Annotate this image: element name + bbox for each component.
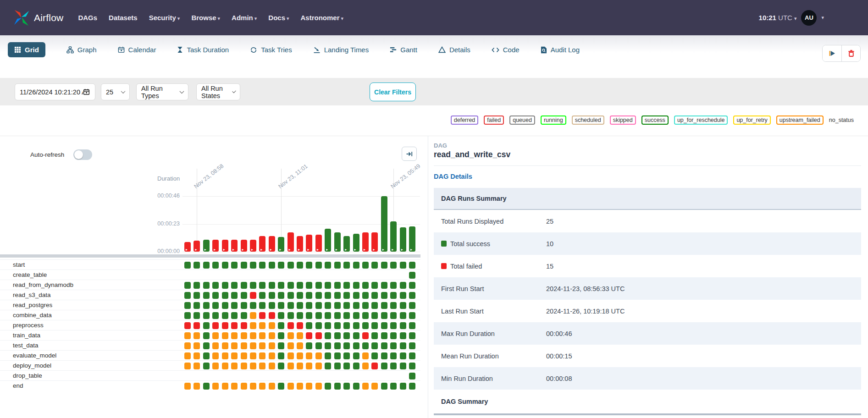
task-instance-cell[interactable] [269, 312, 275, 319]
base-date-input[interactable] [15, 83, 95, 100]
dag-run-bar[interactable]: ▸ [353, 234, 359, 252]
task-label[interactable]: read_from_dynamodb [13, 280, 73, 290]
task-instance-cell[interactable] [343, 292, 350, 299]
task-instance-cell[interactable] [334, 282, 341, 289]
task-instance-cell[interactable] [334, 363, 341, 369]
task-instance-cell[interactable] [325, 302, 331, 309]
task-instance-cell[interactable] [306, 302, 312, 309]
task-instance-cell[interactable] [334, 352, 341, 359]
task-instance-cell[interactable] [390, 332, 397, 339]
task-instance-cell[interactable] [184, 262, 191, 269]
task-instance-cell[interactable] [222, 262, 228, 269]
task-instance-cell[interactable] [241, 282, 247, 289]
task-instance-cell[interactable] [222, 312, 228, 319]
task-instance-cell[interactable] [222, 352, 228, 359]
task-instance-cell[interactable] [259, 282, 265, 289]
task-instance-cell[interactable] [390, 262, 397, 269]
dag-run-bar[interactable]: ▸ [259, 236, 265, 252]
task-instance-cell[interactable] [381, 312, 387, 319]
task-instance-cell[interactable] [315, 322, 322, 329]
dag-run-bar[interactable]: ▸ [184, 242, 191, 252]
task-instance-cell[interactable] [241, 342, 247, 349]
task-instance-cell[interactable] [278, 262, 284, 269]
dag-run-bar[interactable]: ▸ [212, 240, 219, 252]
task-instance-cell[interactable] [297, 363, 303, 369]
task-instance-cell[interactable] [409, 342, 415, 349]
task-instance-cell[interactable] [287, 292, 294, 299]
task-instance-cell[interactable] [269, 342, 275, 349]
delete-dag-button[interactable] [841, 45, 860, 61]
task-instance-cell[interactable] [334, 292, 341, 299]
task-instance-cell[interactable] [409, 282, 415, 289]
task-instance-cell[interactable] [269, 292, 275, 299]
tab-task-duration[interactable]: Task Duration [177, 46, 229, 54]
task-instance-cell[interactable] [334, 312, 341, 319]
task-instance-cell[interactable] [371, 332, 378, 339]
run-states-select[interactable]: All Run States [196, 83, 240, 100]
legend-state-up_for_retry[interactable]: up_for_retry [733, 116, 770, 125]
task-instance-cell[interactable] [325, 383, 331, 390]
task-instance-cell[interactable] [278, 282, 284, 289]
task-instance-cell[interactable] [362, 342, 369, 349]
task-instance-cell[interactable] [315, 292, 322, 299]
task-instance-cell[interactable] [212, 342, 219, 349]
task-instance-cell[interactable] [212, 352, 219, 359]
task-instance-cell[interactable] [241, 363, 247, 369]
auto-refresh-toggle[interactable] [73, 149, 92, 160]
tab-grid[interactable]: Grid [8, 42, 45, 57]
task-instance-cell[interactable] [306, 342, 312, 349]
task-instance-cell[interactable] [306, 363, 312, 369]
task-instance-cell[interactable] [409, 352, 415, 359]
task-instance-cell[interactable] [287, 332, 294, 339]
task-instance-cell[interactable] [250, 282, 256, 289]
task-instance-cell[interactable] [381, 352, 387, 359]
task-instance-cell[interactable] [231, 312, 238, 319]
nav-item-dags[interactable]: DAGs [78, 14, 97, 22]
task-instance-cell[interactable] [241, 312, 247, 319]
task-instance-cell[interactable] [287, 342, 294, 349]
task-instance-cell[interactable] [287, 262, 294, 269]
task-instance-cell[interactable] [306, 332, 312, 339]
task-instance-cell[interactable] [315, 342, 322, 349]
task-instance-cell[interactable] [353, 332, 359, 339]
task-label[interactable]: deploy_model [13, 361, 51, 371]
task-instance-cell[interactable] [353, 322, 359, 329]
task-instance-cell[interactable] [212, 383, 219, 390]
dag-run-bar[interactable]: ▸ [371, 232, 378, 252]
task-instance-cell[interactable] [400, 312, 406, 319]
task-instance-cell[interactable] [259, 322, 265, 329]
task-instance-cell[interactable] [315, 363, 322, 369]
task-instance-cell[interactable] [353, 282, 359, 289]
task-instance-cell[interactable] [315, 383, 322, 390]
task-instance-cell[interactable] [306, 383, 312, 390]
tab-calendar[interactable]: Calendar [118, 46, 156, 54]
grid-resize-handle[interactable] [0, 254, 420, 258]
task-instance-cell[interactable] [400, 383, 406, 390]
task-instance-cell[interactable] [203, 352, 210, 359]
task-instance-cell[interactable] [353, 363, 359, 369]
task-instance-cell[interactable] [390, 352, 397, 359]
task-instance-cell[interactable] [194, 302, 200, 309]
task-instance-cell[interactable] [297, 322, 303, 329]
task-instance-cell[interactable] [371, 292, 378, 299]
task-instance-cell[interactable] [334, 322, 341, 329]
task-instance-cell[interactable] [278, 292, 284, 299]
tab-code[interactable]: Code [492, 46, 520, 54]
task-label[interactable]: read_s3_data [13, 290, 51, 300]
task-instance-cell[interactable] [315, 312, 322, 319]
task-instance-cell[interactable] [222, 342, 228, 349]
task-instance-cell[interactable] [409, 322, 415, 329]
run-types-select[interactable]: All Run Types [136, 83, 188, 100]
dag-run-bar[interactable]: ▸ [287, 232, 294, 252]
task-instance-cell[interactable] [278, 332, 284, 339]
dag-run-bar[interactable]: ▸ [306, 235, 312, 252]
task-instance-cell[interactable] [287, 363, 294, 369]
task-instance-cell[interactable] [231, 322, 238, 329]
task-instance-cell[interactable] [343, 342, 350, 349]
task-instance-cell[interactable] [353, 292, 359, 299]
task-instance-cell[interactable] [409, 292, 415, 299]
task-instance-cell[interactable] [278, 302, 284, 309]
task-instance-cell[interactable] [241, 262, 247, 269]
task-instance-cell[interactable] [203, 312, 210, 319]
task-instance-cell[interactable] [334, 302, 341, 309]
